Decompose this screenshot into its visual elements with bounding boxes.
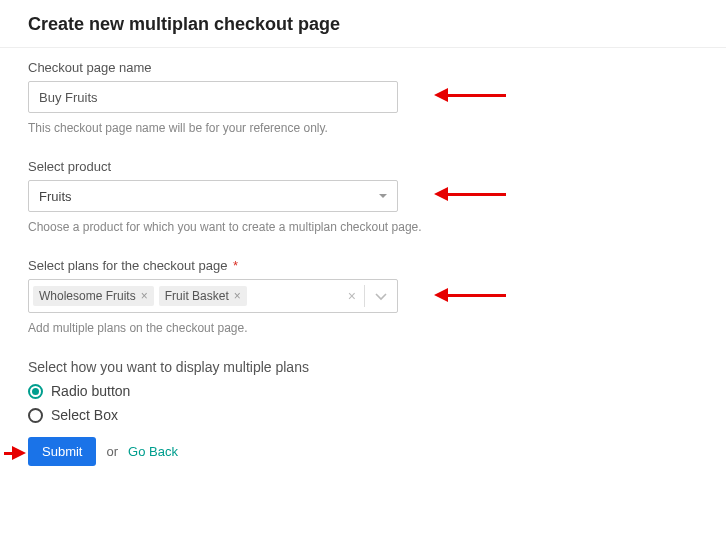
chevron-down-icon [375, 293, 387, 301]
radio-option-radio-button[interactable]: Radio button [28, 383, 698, 399]
helper-checkout-name: This checkout page name will be for your… [28, 119, 428, 137]
or-text: or [106, 444, 118, 459]
helper-select-plans: Add multiple plans on the checkout page. [28, 319, 428, 337]
radio-label: Select Box [51, 407, 118, 423]
form: Checkout page name This checkout page na… [0, 48, 726, 478]
plans-multiselect[interactable]: Wholesome Fruits × Fruit Basket × × [28, 279, 398, 313]
field-select-plans: Select plans for the checkout page * Who… [28, 258, 698, 337]
field-display-type: Select how you want to display multiple … [28, 359, 698, 423]
radio-option-select-box[interactable]: Select Box [28, 407, 698, 423]
radio-icon [28, 384, 43, 399]
clear-all-icon[interactable]: × [340, 288, 364, 304]
label-checkout-name: Checkout page name [28, 60, 698, 75]
radio-group-display: Radio button Select Box [28, 383, 698, 423]
form-actions: Submit or Go Back [28, 437, 698, 466]
annotation-arrow-icon [434, 288, 506, 302]
annotation-arrow-icon [4, 446, 26, 460]
dropdown-toggle[interactable] [365, 287, 397, 305]
product-select-value: Fruits [39, 189, 72, 204]
label-select-product: Select product [28, 159, 698, 174]
submit-button[interactable]: Submit [28, 437, 96, 466]
annotation-arrow-icon [434, 88, 506, 102]
required-mark: * [233, 258, 238, 273]
annotation-arrow-icon [434, 187, 506, 201]
checkout-name-input[interactable] [28, 81, 398, 113]
chip-remove-icon[interactable]: × [234, 289, 241, 303]
field-select-product: Select product Fruits Choose a product f… [28, 159, 698, 236]
label-display-type: Select how you want to display multiple … [28, 359, 698, 375]
field-checkout-name: Checkout page name This checkout page na… [28, 60, 698, 137]
chip-remove-icon[interactable]: × [141, 289, 148, 303]
helper-select-product: Choose a product for which you want to c… [28, 218, 428, 236]
chip-plan: Wholesome Fruits × [33, 286, 154, 306]
chip-label: Fruit Basket [165, 289, 229, 303]
product-select[interactable]: Fruits [28, 180, 398, 212]
multiselect-controls: × [340, 280, 397, 312]
chip-label: Wholesome Fruits [39, 289, 136, 303]
go-back-link[interactable]: Go Back [128, 444, 178, 459]
radio-label: Radio button [51, 383, 130, 399]
chip-plan: Fruit Basket × [159, 286, 247, 306]
page-title: Create new multiplan checkout page [0, 0, 726, 48]
radio-icon [28, 408, 43, 423]
label-select-plans-text: Select plans for the checkout page [28, 258, 227, 273]
label-select-plans: Select plans for the checkout page * [28, 258, 698, 273]
caret-down-icon [379, 194, 387, 198]
